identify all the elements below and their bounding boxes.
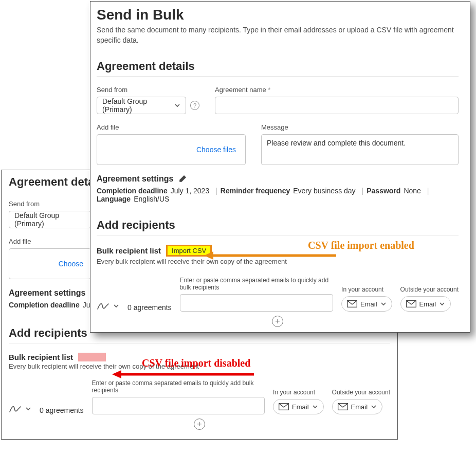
agreement-details-heading: Agreement details xyxy=(97,60,459,77)
signature-icon xyxy=(9,403,22,414)
language-label: Language xyxy=(97,195,131,203)
front-panel: Send in Bulk Send the same document to m… xyxy=(90,1,470,333)
outside-your-account-label: Outside your account xyxy=(332,389,390,396)
send-from-value: Default Group (Primary) xyxy=(102,97,174,114)
arrow-orange xyxy=(204,250,336,261)
chevron-down-icon xyxy=(174,102,180,108)
signature-icon xyxy=(97,300,110,312)
add-file-label: Add file xyxy=(9,238,91,245)
annotation-disabled: CSV file import disabled xyxy=(142,357,250,369)
send-from-label: Send from xyxy=(97,86,199,94)
annotation-enabled: CSV file import enabled xyxy=(308,240,414,251)
choose-files-link[interactable]: Choose files xyxy=(196,146,236,154)
agreements-count: 0 agreements xyxy=(40,406,84,414)
add-file-box[interactable]: Choose files xyxy=(97,134,246,165)
add-file-label: Add file xyxy=(97,123,246,131)
send-from-select[interactable]: Default Group (Primary) xyxy=(97,97,186,114)
chevron-down-icon[interactable] xyxy=(25,406,31,412)
chevron-down-icon[interactable] xyxy=(371,404,377,410)
in-your-account-label: In your account xyxy=(273,389,315,396)
chevron-down-icon[interactable] xyxy=(380,301,387,307)
email-btn-label: Email xyxy=(360,300,377,308)
choose-files-link[interactable]: Choose xyxy=(59,260,83,268)
agreement-name-input[interactable] xyxy=(215,97,459,114)
email-in-account-button[interactable]: Email xyxy=(341,296,392,312)
envelope-icon xyxy=(338,403,348,410)
page-subtitle: Send the same document to many recipient… xyxy=(97,25,459,45)
add-recipient-button[interactable]: + xyxy=(194,419,205,430)
agreement-settings-title: Agreement settings xyxy=(9,288,85,298)
reminder-frequency-label: Reminder frequency xyxy=(221,187,290,195)
message-label: Message xyxy=(261,123,459,131)
chevron-down-icon[interactable] xyxy=(113,303,119,309)
envelope-icon xyxy=(279,403,289,410)
emails-hint: Enter or paste comma separated emails to… xyxy=(92,379,265,394)
page-title: Send in Bulk xyxy=(97,7,459,23)
arrow-red xyxy=(112,369,254,379)
email-outside-account-button[interactable]: Email xyxy=(332,399,383,414)
emails-hint: Enter or paste comma separated emails to… xyxy=(180,277,333,291)
emails-input[interactable] xyxy=(92,397,265,414)
send-from-label: Send from xyxy=(9,200,91,208)
in-your-account-label: In your account xyxy=(341,286,383,293)
send-from-select[interactable]: Default Group (Primary) xyxy=(9,211,91,228)
email-in-account-button[interactable]: Email xyxy=(273,399,324,414)
agreements-count: 0 agreements xyxy=(127,303,172,312)
email-outside-account-button[interactable]: Email xyxy=(400,296,451,312)
envelope-icon xyxy=(347,300,357,307)
completion-deadline-label: Completion deadline xyxy=(9,301,80,309)
password-label: Password xyxy=(367,187,400,195)
agreement-name-label: Agreement name * xyxy=(215,86,459,94)
completion-deadline-label: Completion deadline xyxy=(97,187,168,195)
outside-your-account-label: Outside your account xyxy=(400,286,459,293)
chevron-down-icon[interactable] xyxy=(439,301,445,307)
add-recipient-button[interactable]: + xyxy=(272,316,283,327)
language-value: English/US xyxy=(134,195,169,203)
reminder-frequency-value: Every business day xyxy=(293,187,355,195)
import-csv-disabled-placeholder xyxy=(78,353,106,361)
message-textarea[interactable] xyxy=(261,134,459,165)
svg-marker-5 xyxy=(204,251,213,260)
edit-icon[interactable] xyxy=(178,174,188,184)
add-file-box[interactable]: Choose xyxy=(9,248,91,279)
send-from-value: Default Group (Primary) xyxy=(14,211,85,228)
email-btn-label: Email xyxy=(351,403,368,411)
email-btn-label: Email xyxy=(292,403,309,411)
agreement-settings-title: Agreement settings xyxy=(97,174,173,184)
bulk-recipient-list-label: Bulk recipient list xyxy=(97,246,161,255)
help-icon[interactable]: ? xyxy=(190,101,199,110)
chevron-down-icon[interactable] xyxy=(312,404,318,410)
envelope-icon xyxy=(406,300,416,307)
completion-deadline-value: July 1, 2023 xyxy=(171,187,210,195)
password-value: None xyxy=(404,187,420,195)
email-btn-label: Email xyxy=(419,300,436,308)
emails-input[interactable] xyxy=(180,294,333,312)
svg-marker-7 xyxy=(112,370,121,378)
add-recipients-heading: Add recipients xyxy=(97,219,459,235)
bulk-recipient-list-label: Bulk recipient list xyxy=(9,353,73,361)
